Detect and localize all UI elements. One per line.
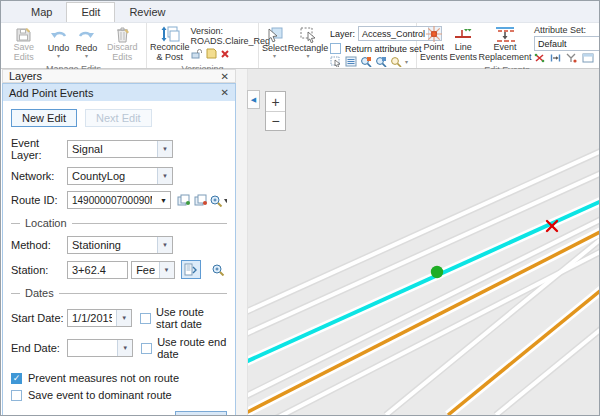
return-attribute-checkbox[interactable] <box>330 43 341 54</box>
station-unit-select[interactable]: ▼ <box>131 261 174 279</box>
zoom-in-button[interactable]: + <box>266 92 285 111</box>
selection-tools-caret-icon[interactable]: ▾ <box>405 60 408 65</box>
start-date-value[interactable] <box>68 310 116 326</box>
prevent-measures-checkbox[interactable]: ✓ <box>11 373 22 384</box>
save-edits-button[interactable]: Save Edits <box>3 24 45 64</box>
layers-close-icon[interactable]: ✕ <box>221 71 229 82</box>
line-events-icon <box>454 25 472 43</box>
route-id-dropdown-icon[interactable]: ▼ <box>156 197 170 204</box>
save-icon <box>15 25 32 43</box>
pick-station-on-map-button[interactable] <box>181 260 202 279</box>
tab-edit[interactable]: Edit <box>66 2 115 22</box>
map-graphics <box>236 69 600 415</box>
undo-icon <box>50 25 68 44</box>
end-date-value[interactable] <box>68 340 117 356</box>
use-route-end-checkbox[interactable] <box>141 343 152 354</box>
pan-to-selected-icon[interactable] <box>375 56 387 69</box>
network-label: Network: <box>11 170 67 182</box>
zoom-to-route-icon[interactable] <box>209 191 227 209</box>
map-zoom-control: + − <box>265 91 286 131</box>
zoom-out-button[interactable]: − <box>266 111 285 130</box>
rectangle-caret-icon[interactable]: ▾ <box>307 54 310 59</box>
point-events-icon <box>425 25 443 43</box>
group-manage-edits: Save Edits Undo ▾ Redo ▾ <box>1 23 147 68</box>
pick-route-icon[interactable] <box>192 191 209 209</box>
attribute-set-select[interactable]: Default ▼ <box>534 36 600 51</box>
split-event-icon[interactable] <box>534 53 545 65</box>
start-date-picker[interactable]: ▼ <box>67 309 132 327</box>
station-unit-dropdown-icon[interactable]: ▼ <box>159 262 174 278</box>
discard-edits-button[interactable]: Discard Edits <box>100 24 144 64</box>
add-point-events-pane: Add Point Events ✕ New Edit Next Edit Ev… <box>2 83 236 416</box>
clear-selection-icon[interactable] <box>390 56 402 69</box>
use-route-start-checkbox[interactable] <box>140 313 151 324</box>
add-point-events-close-icon[interactable]: ✕ <box>221 87 229 98</box>
event-replacement-icon <box>494 25 516 43</box>
save-dominant-label: Save event to dominant route <box>28 389 172 401</box>
end-date-dropdown-icon[interactable]: ▼ <box>117 340 132 356</box>
station-input[interactable] <box>67 261 128 279</box>
select-caret-icon[interactable]: ▾ <box>273 54 276 59</box>
redo-button[interactable]: Redo ▾ <box>73 24 101 64</box>
prevent-measures-label: Prevent measures not on route <box>28 372 179 384</box>
station-value[interactable] <box>68 262 127 278</box>
event-layer-select[interactable]: ▼ <box>67 140 173 158</box>
attributes-window-icon[interactable] <box>582 53 594 65</box>
select-route-on-map-icon[interactable] <box>175 191 192 209</box>
unlock-version-icon[interactable] <box>191 48 203 61</box>
end-date-picker[interactable]: ▼ <box>67 339 133 357</box>
map-view[interactable]: ◀ + − <box>236 69 600 415</box>
start-date-dropdown-icon[interactable]: ▼ <box>116 310 131 326</box>
next-button[interactable]: Next > <box>175 411 227 416</box>
collapse-panel-button[interactable]: ◀ <box>247 90 260 109</box>
select-button[interactable]: Select ▾ <box>261 24 288 64</box>
add-point-events-body: New Edit Next Edit Event Layer: ▼ Networ… <box>3 101 235 416</box>
event-layer-label: Event Layer: <box>11 137 67 161</box>
reconcile-post-button[interactable]: Reconcile & Post <box>149 24 191 64</box>
method-value[interactable] <box>68 237 157 253</box>
location-section-heading: Location <box>11 217 227 229</box>
new-version-icon[interactable] <box>206 48 217 61</box>
attribute-set-label: Attribute Set: <box>534 25 600 35</box>
retire-event-icon[interactable] <box>566 53 577 65</box>
undo-button[interactable]: Undo ▾ <box>45 24 73 64</box>
zoom-to-station-icon[interactable] <box>209 261 227 279</box>
return-attribute-label: Return attribute set <box>345 44 422 54</box>
save-dominant-checkbox[interactable] <box>11 390 22 401</box>
select-polygon-icon[interactable] <box>330 56 342 69</box>
new-edit-button[interactable]: New Edit <box>11 109 77 127</box>
delete-version-icon[interactable] <box>220 49 230 61</box>
rectangle-select-button[interactable]: Rectangle ▾ <box>288 24 328 64</box>
event-point-marker[interactable] <box>431 266 443 278</box>
network-select[interactable]: ▼ <box>67 167 173 185</box>
collapse-left-icon: ◀ <box>251 96 256 104</box>
undo-caret-icon[interactable]: ▾ <box>57 54 60 59</box>
next-edit-button[interactable]: Next Edit <box>85 109 152 127</box>
event-replacement-button[interactable]: Event Replacement <box>478 24 532 64</box>
route-id-value[interactable] <box>68 192 156 208</box>
dates-section-heading: Dates <box>11 287 227 299</box>
network-value[interactable] <box>68 168 157 184</box>
merge-events-icon[interactable] <box>550 53 561 65</box>
end-date-label: End Date: <box>11 342 67 354</box>
method-dropdown-icon[interactable]: ▼ <box>157 237 172 253</box>
route-id-combobox[interactable]: ▼ <box>67 191 171 209</box>
point-events-button[interactable]: Point Events <box>419 24 449 64</box>
event-layer-value[interactable] <box>68 141 157 157</box>
left-dock: Layers ✕ Add Point Events ✕ New Edit Nex… <box>2 69 236 415</box>
redo-caret-icon[interactable]: ▾ <box>85 54 88 59</box>
reconcile-icon <box>160 25 180 43</box>
network-dropdown-icon[interactable]: ▼ <box>157 168 172 184</box>
zoom-to-selected-icon[interactable] <box>360 56 372 69</box>
layers-pane-header[interactable]: Layers ✕ <box>2 69 236 83</box>
method-select[interactable]: ▼ <box>67 236 173 254</box>
start-date-label: Start Date: <box>11 312 67 324</box>
method-label: Method: <box>11 239 67 251</box>
add-point-events-header[interactable]: Add Point Events ✕ <box>3 84 235 101</box>
station-unit-value[interactable] <box>132 262 158 278</box>
selection-list-icon[interactable] <box>345 56 357 69</box>
line-events-button[interactable]: Line Events <box>449 24 479 64</box>
tab-review[interactable]: Review <box>115 3 179 22</box>
event-layer-dropdown-icon[interactable]: ▼ <box>157 141 172 157</box>
tab-map[interactable]: Map <box>17 3 66 22</box>
